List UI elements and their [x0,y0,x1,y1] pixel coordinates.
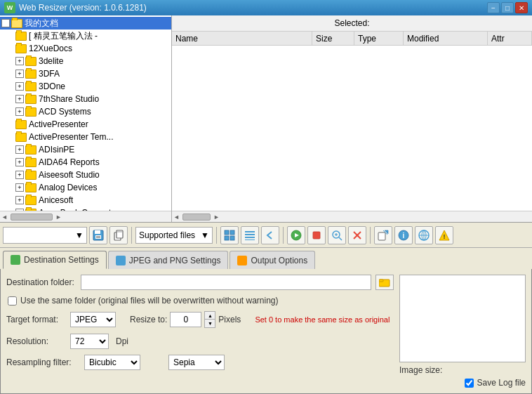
maximize-button[interactable]: □ [501,2,514,13]
web-button[interactable] [415,226,433,244]
tree-scroll[interactable]: − 我的文档 [ 精灵五笔输入法 - 12XueDocs + [0,15,171,211]
folder-icon [15,120,27,129]
spin-buttons: ▲ ▼ [204,311,215,328]
spin-up-button[interactable]: ▲ [205,312,215,320]
col-header-name[interactable]: Name [172,32,312,45]
path-dropdown[interactable]: ▼ [3,227,87,244]
details-button[interactable] [241,226,259,244]
scroll-left-btn[interactable]: ◄ [1,214,8,221]
file-list-header: Name Size Type Modified Attr [172,32,532,46]
resize-to-label: Resize to: [130,315,167,324]
stop-button[interactable] [307,226,326,244]
tree-toggle[interactable]: + [15,158,24,166]
svg-rect-17 [313,232,320,239]
tree-toggle[interactable]: + [15,171,24,179]
zoom-icon [331,230,343,241]
list-item[interactable]: + 3DFA [0,67,171,80]
list-item[interactable]: + ADIsinPE [0,143,171,156]
arrow-left-button[interactable] [261,226,279,244]
play-icon [291,230,302,241]
list-item[interactable]: + Anicesoft [0,194,171,206]
resize-input[interactable] [170,312,201,327]
play-button[interactable] [287,226,305,244]
tree-toggle[interactable]: + [15,95,24,103]
tree-item-root[interactable]: − 我的文档 [0,17,171,29]
save-button[interactable] [89,226,107,244]
tree-toggle[interactable]: + [15,82,24,91]
resample-select[interactable]: Bicubic Bilinear Nearest neighbor Lanczo… [84,355,140,370]
tree-toggle-root[interactable]: − [1,19,10,27]
tab-output-options[interactable]: Output Options [230,251,315,269]
effect-select[interactable]: None Sepia Grayscale Invert [168,355,225,370]
info-button[interactable]: i [394,226,413,244]
list-item[interactable]: + 3DOne [0,80,171,93]
resolution-label: Resolution: [6,336,66,346]
export-button[interactable] [374,226,392,244]
tab-label-output: Output Options [251,256,307,265]
tree-toggle[interactable]: + [15,183,24,192]
effect-group: None Sepia Grayscale Invert [168,355,225,370]
list-item[interactable]: + AIDA64 Reports [0,156,171,169]
close-button[interactable]: ✕ [515,2,528,13]
file-scroll-left[interactable]: ◄ [173,214,180,221]
file-scroll-right[interactable]: ► [213,214,220,221]
dest-folder-input[interactable] [81,275,371,290]
spin-down-button[interactable]: ▼ [205,320,215,327]
list-item[interactable]: ActivePresenter [0,118,171,131]
large-icons-button[interactable] [220,226,239,244]
tab-jpeg-png-settings[interactable]: JPEG and PNG Settings [108,251,229,269]
folder-icon [15,44,27,53]
tree-toggle[interactable]: + [15,145,24,154]
save-log-label: Save Log file [477,378,526,388]
list-item[interactable]: ActivePresenter Tem... [0,131,171,143]
warning-button[interactable]: ! [435,226,453,244]
svg-text:!: ! [444,233,446,240]
save-log-checkbox[interactable] [465,379,474,388]
zoom-button[interactable] [328,226,346,244]
list-item[interactable]: + 3delite [0,55,171,67]
list-item[interactable]: [ 精灵五笔输入法 - [0,29,171,42]
col-header-attr[interactable]: Attr [488,32,532,45]
tree-toggle[interactable]: + [15,107,24,116]
resolution-select[interactable]: 72 96 150 300 [70,334,109,349]
tree-item-label: Any eBook Converter... [39,208,125,211]
delete-button[interactable] [348,226,366,244]
tree-toggle[interactable]: + [15,196,24,204]
scroll-right-btn[interactable]: ► [55,214,62,221]
list-item[interactable]: + Analog Devices [0,181,171,194]
list-item[interactable]: + Aiseesoft Studio [0,169,171,181]
tree-toggle[interactable]: + [15,70,24,78]
col-header-modified[interactable]: Modified [404,32,488,45]
same-folder-label: Use the same folder (original files will… [20,296,279,306]
col-header-type[interactable]: Type [354,32,404,45]
tree-hscrollbar[interactable]: ◄ ► [0,211,171,222]
title-controls: − □ ✕ [487,2,528,13]
same-folder-checkbox[interactable] [8,296,17,306]
tab-icon-output [237,256,247,265]
target-format-select[interactable]: JPEG PNG GIF BMP TIFF [70,312,116,327]
tree-item-label: Anicesoft [39,195,73,205]
folder-icon [25,82,36,91]
file-scrollbar-thumb[interactable] [182,214,211,221]
copy-button[interactable] [109,226,128,244]
tab-label-destination: Destination Settings [24,255,99,265]
list-item[interactable]: + ACD Systems [0,105,171,118]
tree-toggle[interactable]: + [15,209,24,211]
file-hscrollbar[interactable]: ◄ ► [172,211,532,222]
svg-rect-9 [225,236,229,240]
scrollbar-thumb-h[interactable] [11,214,53,221]
toolbar-sep-2 [216,227,217,244]
settings-left: Destination folder: Use the same folder … [6,275,394,388]
browse-button[interactable] [375,275,394,290]
resolution-row: Resolution: 72 96 150 300 Dpi [6,334,394,349]
list-item[interactable]: + Any eBook Converter... [0,206,171,211]
folder-icon [25,95,36,104]
minimize-button[interactable]: − [487,2,500,13]
tab-destination-settings[interactable]: Destination Settings [3,251,107,269]
col-header-size[interactable]: Size [312,32,354,45]
list-item[interactable]: + 7thShare Studio [0,93,171,105]
file-type-dropdown[interactable]: Supported files ▼ [135,227,213,244]
list-item[interactable]: 12XueDocs [0,42,171,55]
tab-bar: Destination Settings JPEG and PNG Settin… [0,248,532,269]
tree-toggle[interactable]: + [15,57,24,65]
